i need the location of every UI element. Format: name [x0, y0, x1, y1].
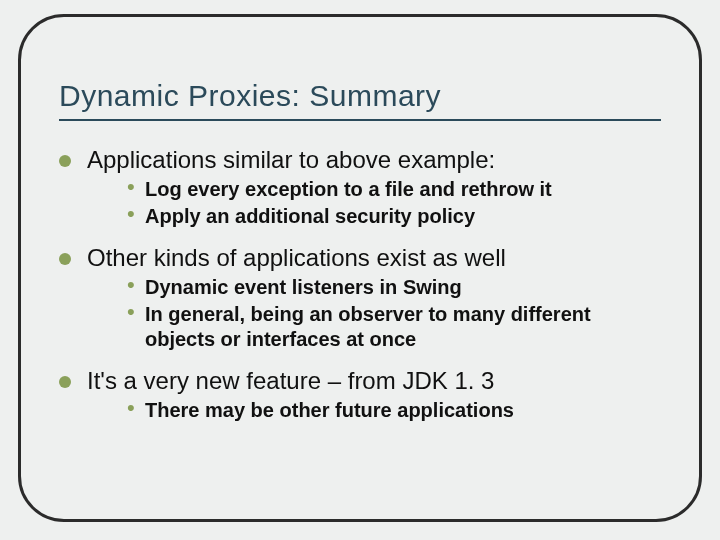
list-item-text: It's a very new feature – from JDK 1. 3	[87, 367, 494, 394]
sub-list: There may be other future applications	[87, 398, 661, 423]
list-item-text: Other kinds of applications exist as wel…	[87, 244, 506, 271]
slide-frame: Dynamic Proxies: Summary Applications si…	[18, 14, 702, 522]
list-item: Applications similar to above example: L…	[59, 145, 661, 229]
sub-list-item: Log every exception to a file and rethro…	[127, 177, 661, 202]
sub-list-item: Dynamic event listeners in Swing	[127, 275, 661, 300]
sub-list: Dynamic event listeners in Swing In gene…	[87, 275, 661, 352]
list-item: It's a very new feature – from JDK 1. 3 …	[59, 366, 661, 423]
list-item-text: Applications similar to above example:	[87, 146, 495, 173]
sub-list-item: There may be other future applications	[127, 398, 661, 423]
sub-list-item: Apply an additional security policy	[127, 204, 661, 229]
list-item: Other kinds of applications exist as wel…	[59, 243, 661, 352]
slide: Dynamic Proxies: Summary Applications si…	[0, 0, 720, 540]
sub-list-item: In general, being an observer to many di…	[127, 302, 661, 352]
bullet-list: Applications similar to above example: L…	[59, 145, 661, 423]
sub-list: Log every exception to a file and rethro…	[87, 177, 661, 229]
slide-title: Dynamic Proxies: Summary	[59, 79, 661, 121]
